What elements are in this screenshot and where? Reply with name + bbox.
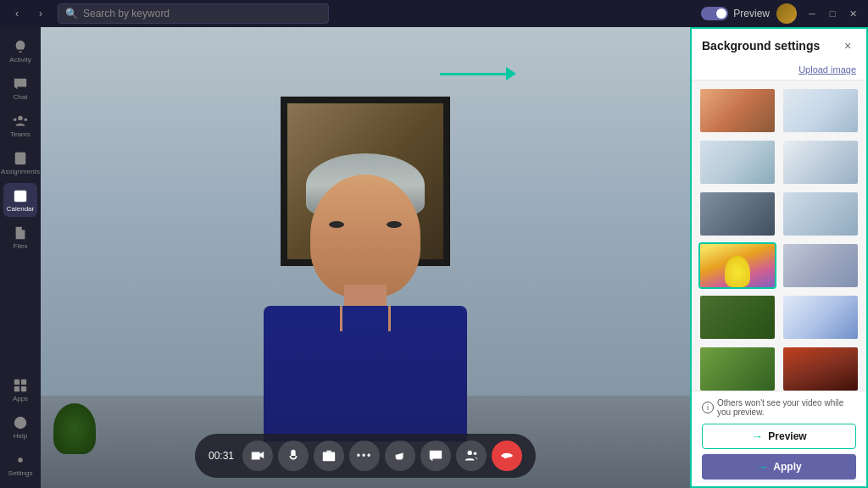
raise-hand-button[interactable]	[385, 441, 415, 471]
person-head	[310, 175, 420, 297]
bg-thumb-1[interactable]	[698, 87, 776, 134]
plant-leaves	[53, 403, 96, 454]
close-button[interactable]: ✕	[844, 5, 861, 22]
preview-note-text: Others won't see your video while you pr…	[717, 398, 856, 417]
svg-point-0	[18, 115, 22, 119]
sidebar-item-apps-label: Apps	[13, 395, 28, 402]
search-bar[interactable]: 🔍 Search by keyword	[58, 3, 329, 24]
bg-settings-panel: Background settings × Upload image	[690, 27, 868, 488]
svg-rect-11	[21, 385, 26, 391]
search-placeholder: Search by keyword	[83, 8, 170, 19]
bg-thumb-9[interactable]	[698, 294, 776, 341]
arrow-head	[506, 67, 516, 80]
bg-panel-title: Background settings	[702, 39, 820, 53]
bg-thumb-6[interactable]	[782, 191, 860, 237]
sidebar-item-chat-label: Chat	[14, 93, 28, 101]
bg-thumb-3-img	[700, 141, 775, 184]
sidebar-item-assignments[interactable]: Assignments	[3, 146, 37, 180]
sidebar-item-bottom[interactable]: Settings	[3, 447, 37, 481]
window-controls: ─ □ ✕	[804, 5, 861, 22]
person-eye-left	[329, 221, 344, 228]
people-button[interactable]	[456, 441, 487, 471]
call-timer: 00:31	[209, 450, 234, 462]
video-background	[41, 27, 690, 488]
svg-point-1	[14, 118, 17, 121]
mute-button[interactable]	[278, 441, 309, 471]
apply-button[interactable]: → Apply	[702, 454, 856, 480]
bg-thumb-3[interactable]	[698, 139, 776, 186]
bg-thumb-5[interactable]	[698, 191, 776, 237]
sidebar-item-files-label: Files	[14, 242, 28, 250]
more-button[interactable]: •••	[349, 441, 380, 471]
svg-point-16	[474, 452, 477, 456]
nav-back-button[interactable]: ‹	[7, 3, 27, 24]
preview-note: i Others won't see your video while you …	[702, 398, 856, 417]
bg-thumb-11[interactable]	[698, 346, 776, 391]
main-content: Activity Chat Teams Assignments Calendar…	[0, 27, 868, 488]
sidebar-item-settings-label: Settings	[8, 469, 33, 477]
arrow-line	[440, 73, 506, 75]
apply-arrow-icon: →	[756, 460, 768, 474]
video-person	[255, 153, 476, 441]
nav-controls: ‹ ›	[7, 3, 51, 24]
plant-decoration	[49, 386, 100, 454]
nav-forward-button[interactable]: ›	[31, 3, 51, 24]
preview-button-label: Preview	[768, 430, 806, 442]
bg-thumb-12-img	[783, 347, 858, 391]
info-icon: i	[702, 402, 714, 413]
sidebar: Activity Chat Teams Assignments Calendar…	[0, 27, 41, 488]
sidebar-item-assignments-label: Assignments	[1, 168, 40, 175]
preview-toggle[interactable]: Preview	[701, 7, 770, 20]
preview-label: Preview	[733, 8, 770, 19]
bg-thumb-1-img	[700, 89, 775, 132]
bg-thumb-5-img	[700, 192, 775, 236]
svg-point-13	[18, 458, 22, 462]
svg-point-2	[25, 118, 28, 121]
apply-button-label: Apply	[773, 461, 801, 473]
bg-thumb-4-img	[783, 141, 858, 184]
camera-button[interactable]	[242, 441, 273, 471]
sidebar-item-help-label: Help	[14, 432, 27, 440]
end-call-button[interactable]	[492, 441, 522, 471]
sidebar-item-files[interactable]: Files	[3, 220, 37, 254]
bg-thumb-4[interactable]	[782, 139, 860, 186]
user-avatar[interactable]	[776, 3, 797, 24]
chat-button[interactable]	[420, 441, 451, 471]
minimize-button[interactable]: ─	[804, 5, 821, 22]
bg-thumb-7[interactable]	[698, 242, 776, 289]
bg-thumb-2[interactable]	[782, 87, 860, 134]
svg-rect-9	[21, 379, 26, 384]
sidebar-item-chat[interactable]: Chat	[3, 71, 37, 105]
title-bar-right: Preview ─ □ ✕	[701, 3, 861, 24]
arrow-annotation	[440, 61, 516, 86]
svg-rect-10	[14, 385, 19, 391]
bg-thumb-6-img	[783, 192, 858, 236]
svg-rect-7	[14, 190, 26, 202]
bg-thumb-8[interactable]	[782, 242, 860, 289]
bg-thumb-9-img	[700, 296, 775, 339]
person-eye-right	[387, 221, 402, 228]
preview-button[interactable]: → Preview	[702, 424, 856, 449]
shirt-collar	[340, 306, 391, 331]
sidebar-item-calendar[interactable]: Calendar	[3, 183, 37, 217]
upload-image-button[interactable]: Upload image	[798, 64, 856, 75]
bg-thumb-11-img	[700, 347, 775, 391]
svg-point-15	[468, 451, 472, 455]
bg-thumb-7-img	[700, 244, 775, 287]
bg-thumb-12[interactable]	[782, 346, 860, 391]
preview-toggle-switch[interactable]	[701, 7, 728, 20]
bg-panel-close-button[interactable]: ×	[839, 37, 856, 54]
sidebar-item-apps[interactable]: Apps	[3, 373, 37, 407]
sidebar-item-help[interactable]: Help	[3, 410, 37, 444]
bg-panel-footer: i Others won't see your video while you …	[692, 391, 866, 486]
person-shirt	[264, 306, 467, 441]
sidebar-item-activity[interactable]: Activity	[3, 34, 37, 68]
sidebar-item-teams[interactable]: Teams	[3, 108, 37, 142]
bg-thumb-2-img	[783, 89, 858, 132]
bg-thumb-10[interactable]	[782, 294, 860, 341]
share-button[interactable]	[314, 441, 344, 471]
call-controls: 00:31 •••	[195, 434, 536, 478]
maximize-button[interactable]: □	[824, 5, 841, 22]
upload-row: Upload image	[692, 61, 866, 80]
title-bar-left: ‹ › 🔍 Search by keyword	[7, 3, 329, 24]
